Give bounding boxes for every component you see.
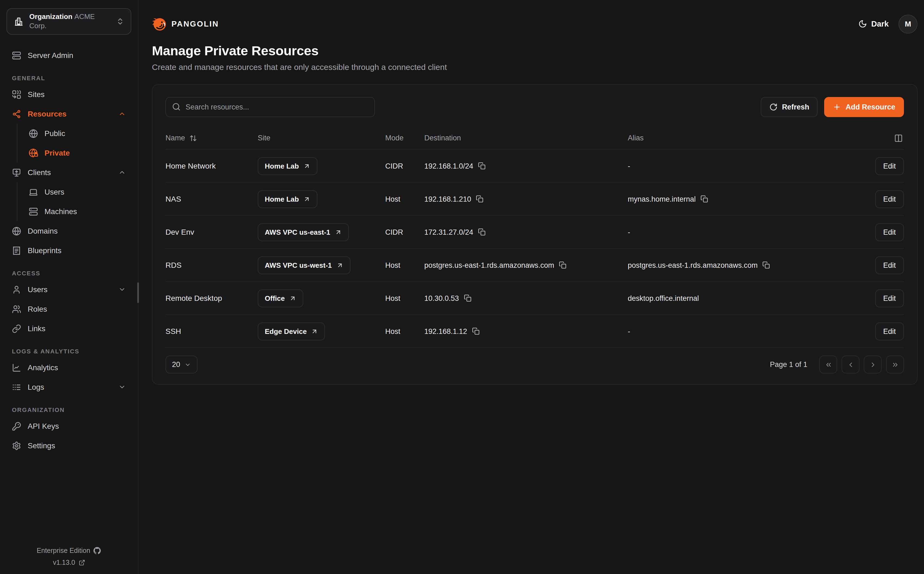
edit-button[interactable]: Edit <box>875 157 904 175</box>
sidebar-item-api-keys[interactable]: API Keys <box>6 416 131 436</box>
avatar[interactable]: M <box>899 14 918 33</box>
site-link-button[interactable]: Office <box>258 289 303 307</box>
add-resource-button[interactable]: Add Resource <box>824 97 904 117</box>
row-more-button[interactable] <box>864 297 866 299</box>
sidebar-section-logs-analytics: LOGS & ANALYTICS <box>12 348 131 355</box>
table-row: RDS AWS VPC us-west-1 Host postgres.us-e… <box>166 249 904 282</box>
copy-destination-button[interactable] <box>559 261 567 269</box>
resource-alias: desktop.office.internal <box>628 294 699 302</box>
sidebar-item-client-users[interactable]: Users <box>22 182 131 202</box>
sidebar-item-users[interactable]: Users <box>6 280 131 299</box>
sidebar-item-machines[interactable]: Machines <box>22 202 131 221</box>
copy-destination-button[interactable] <box>476 195 484 203</box>
sidebar-item-clients[interactable]: Clients <box>6 162 131 182</box>
columns-toggle-button[interactable] <box>893 132 904 144</box>
site-link-button[interactable]: Edge Device <box>258 322 325 340</box>
copy-alias-button[interactable] <box>701 195 708 203</box>
site-link-button[interactable]: Home Lab <box>258 157 317 175</box>
copy-icon <box>478 228 486 236</box>
edit-button[interactable]: Edit <box>875 289 904 307</box>
resources-subtree: Public Private <box>17 124 131 162</box>
sidebar-item-server-admin[interactable]: Server Admin <box>6 46 131 65</box>
refresh-button[interactable]: Refresh <box>761 97 818 117</box>
next-page-button[interactable] <box>864 356 882 374</box>
sidebar-item-public[interactable]: Public <box>22 124 131 143</box>
copy-destination-button[interactable] <box>478 228 486 236</box>
brand-name: PANGOLIN <box>171 19 219 28</box>
user-icon <box>12 285 21 294</box>
resources-card: Refresh Add Resource Name Site Mode Dest… <box>152 84 918 385</box>
sidebar-scrollbar-thumb[interactable] <box>137 282 139 303</box>
link-icon <box>12 324 21 333</box>
resource-name: Remote Desktop <box>166 294 258 303</box>
sidebar-item-domains[interactable]: Domains <box>6 221 131 241</box>
column-header-name[interactable]: Name <box>166 134 258 142</box>
main-content: PANGOLIN Dark M Manage Private Resources… <box>138 0 924 574</box>
site-link-button[interactable]: AWS VPC us-west-1 <box>258 256 350 274</box>
pangolin-logo-icon <box>152 17 166 31</box>
row-more-button[interactable] <box>864 264 866 266</box>
copy-alias-button[interactable] <box>763 261 770 269</box>
resource-alias: - <box>628 327 630 335</box>
edit-button[interactable]: Edit <box>875 223 904 241</box>
moon-icon <box>858 19 867 28</box>
row-more-button[interactable] <box>864 330 866 332</box>
topbar: PANGOLIN Dark M <box>152 0 918 35</box>
column-header-site: Site <box>258 134 385 142</box>
site-link-button[interactable]: AWS VPC us-east-1 <box>258 223 349 241</box>
edit-button[interactable]: Edit <box>875 322 904 340</box>
sidebar-item-label: Domains <box>28 227 58 235</box>
column-header-destination: Destination <box>424 134 628 142</box>
sidebar-item-label: Private <box>44 148 70 157</box>
table-row: Remote Desktop Office Host 10.30.0.53 de… <box>166 282 904 315</box>
users-icon <box>12 304 21 314</box>
copy-destination-button[interactable] <box>464 294 471 302</box>
chevron-up-icon <box>118 169 126 176</box>
copy-icon <box>464 294 471 302</box>
last-page-button[interactable] <box>886 356 904 374</box>
sidebar-item-label: Analytics <box>28 363 58 372</box>
theme-toggle[interactable]: Dark <box>858 19 889 28</box>
page-size-select[interactable]: 20 <box>166 356 198 374</box>
server-icon <box>29 207 38 216</box>
edit-button[interactable]: Edit <box>875 256 904 274</box>
copy-icon <box>559 261 567 269</box>
brand: PANGOLIN <box>152 17 219 31</box>
external-link-icon[interactable] <box>78 559 85 566</box>
sidebar-item-private[interactable]: Private <box>22 143 131 162</box>
sidebar-item-label: Links <box>28 324 45 333</box>
sidebar: Organization ACME Corp. Server Admin GEN… <box>0 0 138 574</box>
sidebar-item-links[interactable]: Links <box>6 319 131 338</box>
sidebar-item-logs[interactable]: Logs <box>6 377 131 397</box>
search-input[interactable] <box>166 97 375 117</box>
arrow-up-right-icon <box>303 196 310 202</box>
resource-mode: Host <box>385 195 424 203</box>
sidebar-section-general: GENERAL <box>12 75 131 81</box>
first-page-button[interactable] <box>819 356 837 374</box>
resource-destination: 192.168.1.0/24 <box>424 162 473 170</box>
sidebar-item-settings[interactable]: Settings <box>6 436 131 455</box>
previous-page-button[interactable] <box>842 356 859 374</box>
github-icon[interactable] <box>93 547 101 555</box>
org-switcher[interactable]: Organization ACME Corp. <box>6 8 131 35</box>
copy-destination-button[interactable] <box>478 162 486 170</box>
sidebar-section-access: ACCESS <box>12 270 131 276</box>
copy-destination-button[interactable] <box>472 327 479 335</box>
row-more-button[interactable] <box>864 165 866 167</box>
edit-button[interactable]: Edit <box>875 190 904 208</box>
sidebar-item-analytics[interactable]: Analytics <box>6 358 131 377</box>
row-more-button[interactable] <box>864 231 866 233</box>
resource-destination: postgres.us-east-1.rds.amazonaws.com <box>424 261 554 269</box>
row-more-button[interactable] <box>864 198 866 200</box>
chevron-up-icon <box>118 110 126 118</box>
site-link-button[interactable]: Home Lab <box>258 190 317 208</box>
globe-icon <box>12 226 21 235</box>
sidebar-item-blueprints[interactable]: Blueprints <box>6 241 131 260</box>
column-header-alias: Alias <box>628 134 843 142</box>
sidebar-item-roles[interactable]: Roles <box>6 299 131 319</box>
search-box <box>166 97 375 117</box>
sidebar-nav: Server Admin GENERAL Sites Resources Pub… <box>6 46 131 455</box>
sidebar-item-resources[interactable]: Resources <box>6 104 131 124</box>
sidebar-item-sites[interactable]: Sites <box>6 85 131 104</box>
chevron-down-icon <box>118 285 126 293</box>
